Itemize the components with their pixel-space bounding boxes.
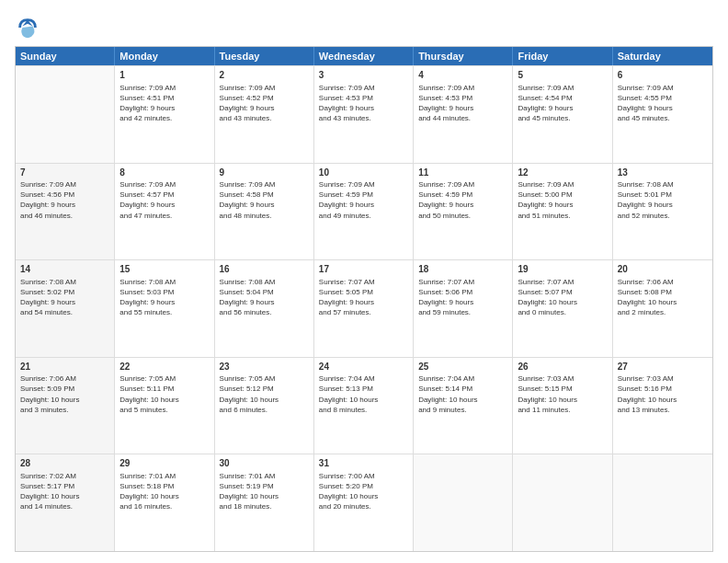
day-number: 12 xyxy=(518,167,607,179)
day-info: Sunrise: 7:09 AM Sunset: 4:51 PM Dayligh… xyxy=(119,83,209,124)
calendar-week-2: 7Sunrise: 7:09 AM Sunset: 4:56 PM Daylig… xyxy=(16,163,712,260)
day-number: 23 xyxy=(220,361,309,373)
day-number: 16 xyxy=(220,263,309,276)
calendar-day-24: 24Sunrise: 7:04 AM Sunset: 5:13 PM Dayli… xyxy=(314,358,414,454)
calendar-week-4: 21Sunrise: 7:06 AM Sunset: 5:09 PM Dayli… xyxy=(16,357,712,454)
day-number: 14 xyxy=(20,263,109,276)
day-number: 27 xyxy=(618,361,708,373)
calendar-day-19: 19Sunrise: 7:07 AM Sunset: 5:07 PM Dayli… xyxy=(513,260,612,357)
day-number: 31 xyxy=(319,457,408,470)
calendar-body: 1Sunrise: 7:09 AM Sunset: 4:51 PM Daylig… xyxy=(16,65,712,551)
day-info: Sunrise: 7:08 AM Sunset: 5:02 PM Dayligh… xyxy=(20,277,109,318)
day-info: Sunrise: 7:05 AM Sunset: 5:12 PM Dayligh… xyxy=(220,373,309,415)
day-number: 6 xyxy=(618,69,708,82)
calendar-week-3: 14Sunrise: 7:08 AM Sunset: 5:02 PM Dayli… xyxy=(16,259,712,357)
day-number: 19 xyxy=(518,263,607,276)
day-info: Sunrise: 7:08 AM Sunset: 5:01 PM Dayligh… xyxy=(618,179,708,221)
day-number: 10 xyxy=(319,167,408,179)
day-number: 3 xyxy=(319,69,408,82)
day-info: Sunrise: 7:09 AM Sunset: 4:56 PM Dayligh… xyxy=(20,179,109,221)
calendar-day-21: 21Sunrise: 7:06 AM Sunset: 5:09 PM Dayli… xyxy=(16,358,115,454)
calendar-day-25: 25Sunrise: 7:04 AM Sunset: 5:14 PM Dayli… xyxy=(414,358,513,454)
day-number: 20 xyxy=(618,263,708,276)
day-info: Sunrise: 7:09 AM Sunset: 4:54 PM Dayligh… xyxy=(518,83,607,124)
calendar-day-22: 22Sunrise: 7:05 AM Sunset: 5:11 PM Dayli… xyxy=(115,358,214,454)
day-info: Sunrise: 7:08 AM Sunset: 5:04 PM Dayligh… xyxy=(220,277,309,318)
calendar-day-empty xyxy=(613,454,712,551)
day-number: 4 xyxy=(418,69,507,82)
calendar-day-30: 30Sunrise: 7:01 AM Sunset: 5:19 PM Dayli… xyxy=(215,454,314,551)
day-info: Sunrise: 7:09 AM Sunset: 4:53 PM Dayligh… xyxy=(319,83,408,124)
calendar-day-16: 16Sunrise: 7:08 AM Sunset: 5:04 PM Dayli… xyxy=(215,260,314,357)
day-info: Sunrise: 7:09 AM Sunset: 4:59 PM Dayligh… xyxy=(319,179,408,221)
day-number: 28 xyxy=(20,457,109,470)
day-number: 25 xyxy=(418,361,507,373)
day-number: 2 xyxy=(220,69,309,82)
calendar-day-empty xyxy=(513,454,612,551)
calendar-day-26: 26Sunrise: 7:03 AM Sunset: 5:15 PM Dayli… xyxy=(513,358,612,454)
day-info: Sunrise: 7:03 AM Sunset: 5:15 PM Dayligh… xyxy=(518,373,607,415)
calendar-day-12: 12Sunrise: 7:09 AM Sunset: 5:00 PM Dayli… xyxy=(513,164,612,260)
calendar-day-28: 28Sunrise: 7:02 AM Sunset: 5:17 PM Dayli… xyxy=(16,454,115,551)
calendar-header-friday: Friday xyxy=(513,47,612,65)
calendar-day-29: 29Sunrise: 7:01 AM Sunset: 5:18 PM Dayli… xyxy=(115,454,214,551)
day-number: 15 xyxy=(119,263,209,276)
logo xyxy=(15,15,44,40)
day-info: Sunrise: 7:09 AM Sunset: 4:53 PM Dayligh… xyxy=(418,83,507,124)
header xyxy=(15,11,713,40)
calendar-day-9: 9Sunrise: 7:09 AM Sunset: 4:58 PM Daylig… xyxy=(215,164,314,260)
calendar-week-5: 28Sunrise: 7:02 AM Sunset: 5:17 PM Dayli… xyxy=(16,454,712,551)
calendar-header-saturday: Saturday xyxy=(613,47,712,65)
day-info: Sunrise: 7:00 AM Sunset: 5:20 PM Dayligh… xyxy=(319,471,408,512)
day-number: 22 xyxy=(119,361,209,373)
day-number: 30 xyxy=(220,457,309,470)
calendar-day-8: 8Sunrise: 7:09 AM Sunset: 4:57 PM Daylig… xyxy=(115,164,214,260)
day-info: Sunrise: 7:04 AM Sunset: 5:14 PM Dayligh… xyxy=(418,373,507,415)
calendar-day-empty xyxy=(414,454,513,551)
day-number: 5 xyxy=(518,69,607,82)
day-number: 26 xyxy=(518,361,607,373)
calendar-header-tuesday: Tuesday xyxy=(215,47,314,65)
calendar-day-11: 11Sunrise: 7:09 AM Sunset: 4:59 PM Dayli… xyxy=(414,164,513,260)
calendar: SundayMondayTuesdayWednesdayThursdayFrid… xyxy=(15,46,713,552)
calendar-day-3: 3Sunrise: 7:09 AM Sunset: 4:53 PM Daylig… xyxy=(314,66,414,163)
calendar-day-empty xyxy=(16,66,115,163)
day-number: 24 xyxy=(319,361,408,373)
calendar-day-4: 4Sunrise: 7:09 AM Sunset: 4:53 PM Daylig… xyxy=(414,66,513,163)
calendar-week-1: 1Sunrise: 7:09 AM Sunset: 4:51 PM Daylig… xyxy=(16,65,712,163)
day-info: Sunrise: 7:09 AM Sunset: 4:58 PM Dayligh… xyxy=(220,179,309,221)
day-number: 17 xyxy=(319,263,408,276)
calendar-day-27: 27Sunrise: 7:03 AM Sunset: 5:16 PM Dayli… xyxy=(613,358,712,454)
day-info: Sunrise: 7:04 AM Sunset: 5:13 PM Dayligh… xyxy=(319,373,408,415)
calendar-day-2: 2Sunrise: 7:09 AM Sunset: 4:52 PM Daylig… xyxy=(215,66,314,163)
day-info: Sunrise: 7:09 AM Sunset: 4:52 PM Dayligh… xyxy=(220,83,309,124)
calendar-day-5: 5Sunrise: 7:09 AM Sunset: 4:54 PM Daylig… xyxy=(513,66,612,163)
calendar-header-thursday: Thursday xyxy=(414,47,513,65)
calendar-header-monday: Monday xyxy=(115,47,214,65)
day-info: Sunrise: 7:09 AM Sunset: 4:57 PM Dayligh… xyxy=(119,179,209,221)
calendar-day-17: 17Sunrise: 7:07 AM Sunset: 5:05 PM Dayli… xyxy=(314,260,414,357)
day-info: Sunrise: 7:01 AM Sunset: 5:19 PM Dayligh… xyxy=(220,471,309,512)
day-info: Sunrise: 7:03 AM Sunset: 5:16 PM Dayligh… xyxy=(618,373,708,415)
day-number: 13 xyxy=(618,167,708,179)
calendar-day-1: 1Sunrise: 7:09 AM Sunset: 4:51 PM Daylig… xyxy=(115,66,214,163)
day-number: 7 xyxy=(20,167,109,179)
day-info: Sunrise: 7:09 AM Sunset: 4:59 PM Dayligh… xyxy=(418,179,507,221)
day-number: 21 xyxy=(20,361,109,373)
logo-icon xyxy=(15,15,40,40)
day-info: Sunrise: 7:07 AM Sunset: 5:07 PM Dayligh… xyxy=(518,277,607,318)
calendar-header: SundayMondayTuesdayWednesdayThursdayFrid… xyxy=(16,47,712,65)
calendar-day-7: 7Sunrise: 7:09 AM Sunset: 4:56 PM Daylig… xyxy=(16,164,115,260)
day-info: Sunrise: 7:07 AM Sunset: 5:05 PM Dayligh… xyxy=(319,277,408,318)
day-number: 29 xyxy=(119,457,209,470)
day-number: 9 xyxy=(220,167,309,179)
day-number: 18 xyxy=(418,263,507,276)
day-info: Sunrise: 7:08 AM Sunset: 5:03 PM Dayligh… xyxy=(119,277,209,318)
day-info: Sunrise: 7:09 AM Sunset: 5:00 PM Dayligh… xyxy=(518,179,607,221)
day-info: Sunrise: 7:06 AM Sunset: 5:09 PM Dayligh… xyxy=(20,373,109,415)
calendar-header-sunday: Sunday xyxy=(16,47,115,65)
calendar-day-6: 6Sunrise: 7:09 AM Sunset: 4:55 PM Daylig… xyxy=(613,66,712,163)
day-info: Sunrise: 7:05 AM Sunset: 5:11 PM Dayligh… xyxy=(119,373,209,415)
calendar-day-20: 20Sunrise: 7:06 AM Sunset: 5:08 PM Dayli… xyxy=(613,260,712,357)
day-info: Sunrise: 7:01 AM Sunset: 5:18 PM Dayligh… xyxy=(119,471,209,512)
